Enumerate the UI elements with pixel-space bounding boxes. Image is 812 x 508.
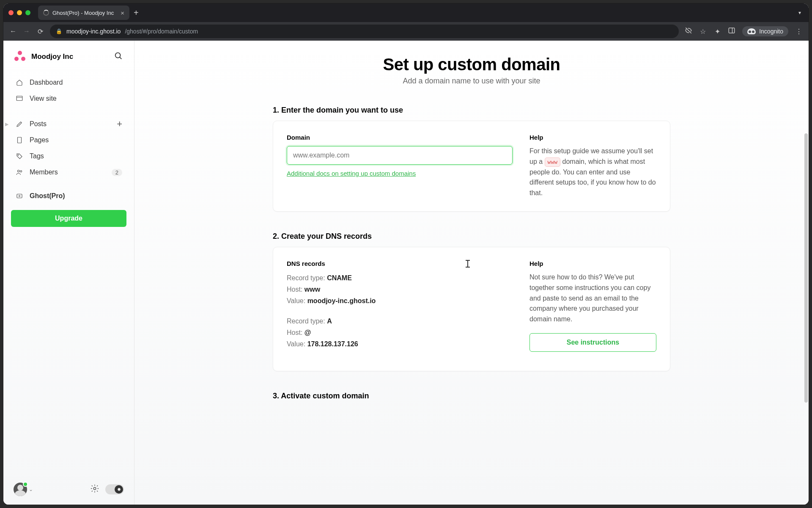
domain-field-label: Domain	[287, 134, 513, 141]
svg-point-9	[20, 171, 22, 172]
svg-point-11	[19, 196, 20, 197]
site-name: Moodjoy Inc	[31, 52, 73, 61]
step-2-card: DNS records Record type: CNAME Host: www…	[273, 247, 670, 371]
www-chip: www	[545, 157, 560, 167]
tabs-overflow-icon[interactable]: ▾	[796, 10, 804, 16]
posts-icon	[15, 120, 24, 128]
svg-rect-0	[729, 28, 735, 33]
text-cursor-icon	[467, 260, 468, 268]
svg-rect-10	[17, 194, 22, 198]
reload-button[interactable]: ⟳	[36, 28, 44, 36]
step-2-heading: 2. Create your DNS records	[273, 232, 670, 241]
tags-icon	[15, 152, 24, 160]
close-window-icon[interactable]	[8, 10, 14, 15]
browser-tab[interactable]: Ghost(Pro) - Moodjoy Inc ×	[38, 6, 129, 20]
dns-record-2: Record type: A Host: @ Value: 178.128.13…	[287, 315, 513, 350]
sidebar-item-label: Ghost(Pro)	[30, 192, 65, 200]
page-subtitle: Add a domain name to use with your site	[273, 77, 670, 86]
sidebar-item-label: Dashboard	[30, 79, 63, 86]
sidebar-item-label: Tags	[30, 152, 44, 160]
url-host: moodjoy-inc.ghost.io	[66, 28, 121, 35]
see-instructions-button[interactable]: See instructions	[529, 333, 656, 352]
sidebar-item-ghost-pro[interactable]: Ghost(Pro)	[11, 188, 126, 204]
dns-records-label: DNS records	[287, 260, 513, 267]
bookmark-star-icon[interactable]: ☆	[699, 28, 707, 36]
svg-point-2	[115, 53, 121, 58]
incognito-label: Incognito	[759, 28, 783, 35]
members-icon	[15, 168, 24, 177]
incognito-indicator[interactable]: Incognito	[742, 26, 788, 36]
members-count-badge: 2	[112, 169, 122, 176]
ghost-pro-icon	[15, 192, 24, 200]
url-path: /ghost/#/pro/domain/custom	[125, 28, 198, 35]
online-status-icon	[23, 482, 28, 487]
domain-input[interactable]	[287, 146, 513, 165]
user-menu[interactable]: ⌄	[14, 483, 33, 496]
step-1-card: Domain Additional docs on setting up cus…	[273, 121, 670, 212]
site-switcher[interactable]: Moodjoy Inc	[14, 51, 123, 63]
chevron-right-icon: ▶	[5, 121, 8, 127]
svg-point-7	[18, 155, 19, 155]
close-tab-icon[interactable]: ×	[121, 9, 124, 17]
sidebar-item-label: View site	[30, 95, 57, 102]
home-icon	[15, 78, 24, 87]
browser-toolbar: ← → ⟳ 🔒 moodjoy-inc.ghost.io/ghost/#/pro…	[3, 22, 809, 41]
sidebar-item-label: Posts	[30, 120, 47, 128]
svg-point-12	[93, 487, 96, 490]
new-post-button[interactable]: +	[117, 119, 122, 130]
theme-toggle[interactable]: ✸	[105, 484, 124, 494]
svg-rect-6	[18, 137, 22, 143]
sidebar-item-label: Members	[30, 168, 58, 176]
side-panel-icon[interactable]	[728, 27, 735, 36]
page-title: Set up custom domain	[273, 55, 670, 74]
new-tab-button[interactable]: +	[134, 8, 139, 18]
incognito-icon	[747, 28, 756, 34]
docs-link[interactable]: Additional docs on setting up custom dom…	[287, 170, 416, 177]
browser-menu-icon[interactable]: ⋮	[795, 28, 803, 36]
sidebar-item-tags[interactable]: Tags	[11, 148, 126, 164]
maximize-window-icon[interactable]	[25, 10, 30, 15]
help-text: For this setup guide we assume you'll se…	[529, 146, 656, 199]
view-site-icon	[15, 94, 24, 103]
sidebar: Moodjoy Inc Dashboard View site ▶	[3, 41, 134, 505]
scrollbar[interactable]	[804, 133, 808, 403]
upgrade-button[interactable]: Upgrade	[11, 210, 126, 227]
eye-off-icon[interactable]	[685, 27, 692, 36]
step-1-heading: 1. Enter the domain you want to use	[273, 106, 670, 115]
back-button[interactable]: ←	[9, 28, 17, 35]
site-logo-icon	[14, 51, 26, 63]
svg-rect-4	[16, 96, 22, 101]
browser-tab-bar: Ghost(Pro) - Moodjoy Inc × + ▾	[3, 3, 809, 22]
window-controls[interactable]	[8, 10, 30, 15]
sidebar-item-dashboard[interactable]: Dashboard	[11, 75, 126, 91]
sidebar-item-pages[interactable]: Pages	[11, 132, 126, 148]
address-bar[interactable]: 🔒 moodjoy-inc.ghost.io/ghost/#/pro/domai…	[50, 25, 679, 38]
forward-button[interactable]: →	[23, 28, 30, 35]
svg-line-3	[120, 57, 121, 59]
lock-icon: 🔒	[56, 28, 62, 34]
extensions-icon[interactable]: ✦	[713, 28, 721, 36]
sidebar-item-view-site[interactable]: View site	[11, 91, 126, 107]
sidebar-item-members[interactable]: Members 2	[11, 164, 126, 180]
chevron-down-icon: ⌄	[29, 486, 33, 492]
settings-button[interactable]	[90, 484, 99, 495]
tab-title: Ghost(Pro) - Moodjoy Inc	[52, 10, 114, 16]
help-text: Not sure how to do this? We've put toget…	[529, 272, 656, 325]
help-title: Help	[529, 260, 656, 267]
dark-mode-icon: ✸	[115, 485, 123, 494]
search-button[interactable]	[114, 51, 123, 62]
sidebar-item-label: Pages	[30, 136, 49, 144]
main-content: Set up custom domain Add a domain name t…	[134, 41, 809, 505]
minimize-window-icon[interactable]	[17, 10, 22, 15]
svg-point-8	[18, 170, 20, 172]
loading-spinner-icon	[43, 10, 49, 16]
help-title: Help	[529, 134, 656, 141]
sidebar-item-posts[interactable]: ▶ Posts +	[11, 116, 126, 132]
pages-icon	[15, 136, 24, 144]
dns-record-1: Record type: CNAME Host: www Value: mood…	[287, 272, 513, 307]
step-3-heading: 3. Activate custom domain	[273, 392, 670, 400]
